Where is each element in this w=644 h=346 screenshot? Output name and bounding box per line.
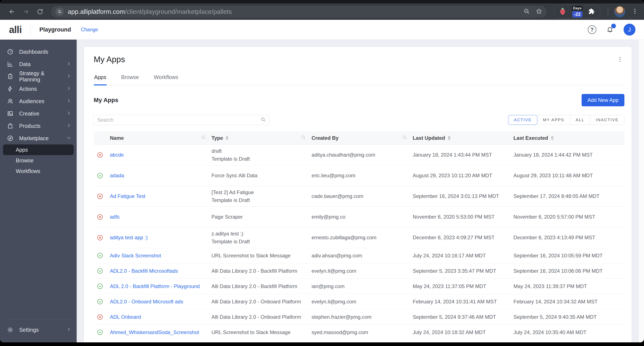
sort-icon[interactable] xyxy=(448,136,451,140)
sort-icon[interactable] xyxy=(551,136,554,140)
bar-chart-icon xyxy=(7,61,14,68)
add-new-app-button[interactable]: Add New App xyxy=(582,94,624,106)
notifications-bell-icon[interactable] xyxy=(606,25,614,34)
app-name-link[interactable]: Ad Fatigue Test xyxy=(110,193,145,199)
table-row[interactable]: abcde draft Template is Draft aditya.cha… xyxy=(94,145,624,165)
row-actions-menu-icon[interactable] xyxy=(619,255,620,256)
alli-logo[interactable]: alli xyxy=(9,24,22,35)
last-updated-cell: September 5, 2023 3:35:47 PM MDT xyxy=(413,268,514,274)
search-icon[interactable] xyxy=(260,117,266,123)
tab-apps[interactable]: Apps xyxy=(94,74,107,85)
filter-inactive[interactable]: INACTIVE xyxy=(590,115,624,125)
reload-icon[interactable] xyxy=(34,6,46,18)
created-by-cell: aditya.chaudhari@pmg.com xyxy=(312,152,413,158)
column-header-type[interactable]: Type xyxy=(212,135,312,141)
sidebar-divider xyxy=(5,319,72,319)
tab-workflows[interactable]: Workflows xyxy=(153,74,179,85)
column-search-icon[interactable] xyxy=(402,135,407,141)
table-row[interactable]: adada Force Sync Alli Data eric.lieu@pmg… xyxy=(94,165,624,186)
row-actions-menu-icon[interactable] xyxy=(619,285,620,287)
filter-active[interactable]: ACTIVE xyxy=(508,115,538,125)
table-body: abcde draft Template is Draft aditya.cha… xyxy=(94,145,624,340)
row-actions-menu-icon[interactable] xyxy=(619,195,620,197)
extensions-group: Days -22 xyxy=(554,5,600,19)
browser-toolbar: app.alliplatform.com/client/playground/m… xyxy=(0,4,644,20)
header-divider xyxy=(30,24,30,35)
sidebar-item-marketplace[interactable]: Marketplace xyxy=(0,132,77,144)
sidebar-item-data[interactable]: Data xyxy=(0,58,77,70)
app-name-link[interactable]: Adiv Slack Screenshot xyxy=(110,253,161,258)
status-active-icon xyxy=(97,283,103,289)
app-name-link[interactable]: ADL Onboard xyxy=(110,314,141,320)
row-actions-menu-icon[interactable] xyxy=(619,301,620,302)
filter-all[interactable]: ALL xyxy=(570,115,590,125)
sidebar-subitem-apps[interactable]: Apps xyxy=(3,144,74,155)
client-name: Playground xyxy=(40,27,71,33)
table-row[interactable]: ADL 2.0 - Backfill Platform - Playground… xyxy=(94,279,624,294)
search-box xyxy=(94,115,270,125)
column-header-last-executed[interactable]: Last Executed xyxy=(514,135,613,141)
days-counter-extension[interactable]: Days -22 xyxy=(572,6,582,18)
sidebar-subitem-workflows[interactable]: Workflows xyxy=(3,166,74,176)
site-settings-icon[interactable] xyxy=(55,8,64,16)
row-actions-menu-icon[interactable] xyxy=(619,154,620,156)
tab-bar: AppsBrowseWorkflows xyxy=(94,74,624,85)
table-row[interactable]: aditya test app :) z.aditya test :) Temp… xyxy=(94,227,624,248)
sidebar-item-audiences[interactable]: Audiences xyxy=(0,95,77,107)
address-bar[interactable]: app.alliplatform.com/client/playground/m… xyxy=(51,6,547,18)
column-search-icon[interactable] xyxy=(301,135,306,141)
app-name-link[interactable]: ADL 2.0 - Backfill Platform - Playground xyxy=(110,283,200,289)
filter-my-apps[interactable]: MY APPS xyxy=(537,115,570,125)
table-row[interactable]: ADL2.0 - Backfill Microsoftads Alli Data… xyxy=(94,263,624,279)
row-actions-menu-icon[interactable] xyxy=(619,270,620,272)
browser-profile-avatar[interactable] xyxy=(614,6,625,17)
column-header-name[interactable]: Name xyxy=(110,135,212,141)
extensions-puzzle-icon[interactable] xyxy=(588,8,595,16)
forward-icon[interactable] xyxy=(20,6,32,18)
app-name-link[interactable]: ADL2.0 - Onboard Microsoft ads xyxy=(110,299,183,304)
card-menu-icon[interactable] xyxy=(616,55,624,65)
table-row[interactable]: adfs Page Scraper emily@pmg.co November … xyxy=(94,207,624,227)
bookmark-star-icon[interactable] xyxy=(536,8,542,16)
row-actions-menu-icon[interactable] xyxy=(619,237,620,238)
user-avatar[interactable]: J xyxy=(624,24,636,36)
help-icon[interactable]: ? xyxy=(588,25,596,34)
table-row[interactable]: Adiv Slack Screenshot URL Screenshot to … xyxy=(94,248,624,263)
row-actions-menu-icon[interactable] xyxy=(619,331,620,333)
section-title: My Apps xyxy=(94,97,118,104)
back-icon[interactable] xyxy=(6,6,18,18)
scrollbar-track[interactable] xyxy=(638,40,644,342)
sidebar-item-creative[interactable]: Creative xyxy=(0,107,77,120)
column-header-last-updated[interactable]: Last Updated xyxy=(413,135,514,141)
table-row[interactable]: ADL2.0 - Onboard Microsoft ads Alli Data… xyxy=(94,294,624,309)
table-row[interactable]: ADL Onboard Alli Data Library 2.0 - Onbo… xyxy=(94,309,624,325)
app-name-link[interactable]: adada xyxy=(110,173,124,178)
table-row[interactable]: Ahmed_WhiskersandSoda_Screenshot URL Scr… xyxy=(94,325,624,340)
search-input[interactable] xyxy=(97,117,260,123)
browser-menu-icon[interactable] xyxy=(632,8,638,15)
app-name-link[interactable]: ADL2.0 - Backfill Microsoftads xyxy=(110,268,178,274)
sort-icon[interactable] xyxy=(226,136,228,140)
change-client-link[interactable]: Change xyxy=(81,27,98,33)
sidebar-item-actions[interactable]: Actions xyxy=(0,83,77,95)
sidebar-item-products[interactable]: Products xyxy=(0,120,77,132)
column-search-icon[interactable] xyxy=(201,135,206,141)
sidebar-item-dashboards[interactable]: Dashboards xyxy=(0,46,77,58)
row-actions-menu-icon[interactable] xyxy=(619,175,620,176)
app-name-link[interactable]: adfs xyxy=(110,214,120,220)
app-name-link[interactable]: Ahmed_WhiskersandSoda_Screenshot xyxy=(110,329,199,335)
sidebar-subitem-browse[interactable]: Browse xyxy=(3,155,74,166)
app-name-link[interactable]: aditya test app :) xyxy=(110,235,148,240)
row-actions-menu-icon[interactable] xyxy=(619,216,620,218)
strawberry-extension-icon[interactable] xyxy=(559,7,566,17)
tab-browse[interactable]: Browse xyxy=(121,74,139,85)
compass-icon xyxy=(7,135,14,142)
row-actions-menu-icon[interactable] xyxy=(619,316,620,318)
app-name-link[interactable]: abcde xyxy=(110,152,124,158)
sidebar-item-settings[interactable]: Settings xyxy=(0,324,77,336)
column-header-created-by[interactable]: Created By xyxy=(312,135,413,141)
zoom-out-icon[interactable] xyxy=(523,8,530,16)
table-row[interactable]: Ad Fatigue Test [Test 2] Ad Fatigue Temp… xyxy=(94,186,624,207)
chevron-right-icon xyxy=(66,74,71,79)
sidebar-item-strategy-planning[interactable]: Strategy & Planning xyxy=(0,70,77,83)
